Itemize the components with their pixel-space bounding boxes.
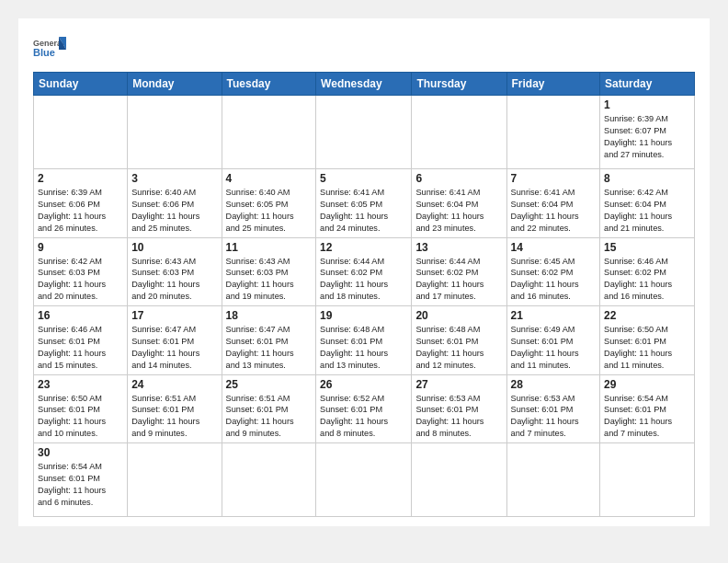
day-info: Sunrise: 6:53 AM Sunset: 6:01 PM Dayligh… xyxy=(511,393,597,441)
calendar-header-monday: Monday xyxy=(128,73,222,96)
calendar-cell: 16Sunrise: 6:46 AM Sunset: 6:01 PM Dayli… xyxy=(34,306,128,375)
day-info: Sunrise: 6:54 AM Sunset: 6:01 PM Dayligh… xyxy=(38,461,123,509)
calendar-cell: 29Sunrise: 6:54 AM Sunset: 6:01 PM Dayli… xyxy=(600,374,695,443)
day-number: 25 xyxy=(226,378,313,391)
calendar-cell: 25Sunrise: 6:51 AM Sunset: 6:01 PM Dayli… xyxy=(222,374,316,443)
day-number: 3 xyxy=(131,172,217,185)
calendar-cell: 27Sunrise: 6:53 AM Sunset: 6:01 PM Dayli… xyxy=(412,374,506,443)
calendar-cell xyxy=(128,443,222,517)
day-info: Sunrise: 6:39 AM Sunset: 6:06 PM Dayligh… xyxy=(38,187,123,235)
logo: General Blue xyxy=(33,33,68,66)
calendar-cell: 28Sunrise: 6:53 AM Sunset: 6:01 PM Dayli… xyxy=(506,374,600,443)
calendar-cell xyxy=(128,96,222,169)
calendar-header-wednesday: Wednesday xyxy=(316,73,412,96)
day-info: Sunrise: 6:45 AM Sunset: 6:02 PM Dayligh… xyxy=(511,256,597,304)
calendar-cell: 5Sunrise: 6:41 AM Sunset: 6:05 PM Daylig… xyxy=(316,169,412,238)
day-info: Sunrise: 6:51 AM Sunset: 6:01 PM Dayligh… xyxy=(226,393,313,441)
calendar-cell: 11Sunrise: 6:43 AM Sunset: 6:03 PM Dayli… xyxy=(222,237,316,306)
day-info: Sunrise: 6:51 AM Sunset: 6:01 PM Dayligh… xyxy=(131,393,217,441)
day-info: Sunrise: 6:41 AM Sunset: 6:05 PM Dayligh… xyxy=(320,187,407,235)
day-info: Sunrise: 6:48 AM Sunset: 6:01 PM Dayligh… xyxy=(415,324,502,372)
calendar-cell: 15Sunrise: 6:46 AM Sunset: 6:02 PM Dayli… xyxy=(600,237,695,306)
calendar-cell: 18Sunrise: 6:47 AM Sunset: 6:01 PM Dayli… xyxy=(222,306,316,375)
day-info: Sunrise: 6:40 AM Sunset: 6:06 PM Dayligh… xyxy=(131,187,217,235)
calendar-cell xyxy=(506,96,600,169)
day-number: 17 xyxy=(131,309,217,322)
day-info: Sunrise: 6:49 AM Sunset: 6:01 PM Dayligh… xyxy=(511,324,597,372)
day-number: 11 xyxy=(226,241,313,254)
day-number: 1 xyxy=(604,98,690,111)
calendar-header-thursday: Thursday xyxy=(412,73,506,96)
day-info: Sunrise: 6:47 AM Sunset: 6:01 PM Dayligh… xyxy=(131,324,217,372)
calendar-header-saturday: Saturday xyxy=(600,73,695,96)
day-info: Sunrise: 6:53 AM Sunset: 6:01 PM Dayligh… xyxy=(415,393,502,441)
calendar-cell: 10Sunrise: 6:43 AM Sunset: 6:03 PM Dayli… xyxy=(128,237,222,306)
calendar-cell: 26Sunrise: 6:52 AM Sunset: 6:01 PM Dayli… xyxy=(316,374,412,443)
day-info: Sunrise: 6:50 AM Sunset: 6:01 PM Dayligh… xyxy=(604,324,690,372)
day-number: 21 xyxy=(511,309,597,322)
day-number: 7 xyxy=(511,172,597,185)
day-info: Sunrise: 6:46 AM Sunset: 6:02 PM Dayligh… xyxy=(604,256,690,304)
day-info: Sunrise: 6:43 AM Sunset: 6:03 PM Dayligh… xyxy=(226,256,313,304)
calendar-cell xyxy=(34,96,128,169)
calendar-cell: 20Sunrise: 6:48 AM Sunset: 6:01 PM Dayli… xyxy=(412,306,506,375)
calendar-week-5: 23Sunrise: 6:50 AM Sunset: 6:01 PM Dayli… xyxy=(34,374,695,443)
calendar-cell xyxy=(222,443,316,517)
day-number: 9 xyxy=(38,241,123,254)
calendar-header-row: SundayMondayTuesdayWednesdayThursdayFrid… xyxy=(34,73,695,96)
day-info: Sunrise: 6:40 AM Sunset: 6:05 PM Dayligh… xyxy=(226,187,313,235)
calendar-cell: 7Sunrise: 6:41 AM Sunset: 6:04 PM Daylig… xyxy=(506,169,600,238)
calendar-cell xyxy=(316,443,412,517)
calendar: SundayMondayTuesdayWednesdayThursdayFrid… xyxy=(33,72,695,517)
calendar-cell: 22Sunrise: 6:50 AM Sunset: 6:01 PM Dayli… xyxy=(600,306,695,375)
calendar-cell xyxy=(600,443,695,517)
day-info: Sunrise: 6:44 AM Sunset: 6:02 PM Dayligh… xyxy=(320,256,407,304)
day-number: 10 xyxy=(131,241,217,254)
day-number: 29 xyxy=(604,378,690,391)
day-number: 14 xyxy=(511,241,597,254)
day-info: Sunrise: 6:41 AM Sunset: 6:04 PM Dayligh… xyxy=(415,187,502,235)
calendar-cell: 6Sunrise: 6:41 AM Sunset: 6:04 PM Daylig… xyxy=(412,169,506,238)
day-info: Sunrise: 6:43 AM Sunset: 6:03 PM Dayligh… xyxy=(131,256,217,304)
day-number: 28 xyxy=(511,378,597,391)
calendar-week-3: 9Sunrise: 6:42 AM Sunset: 6:03 PM Daylig… xyxy=(34,237,695,306)
day-info: Sunrise: 6:47 AM Sunset: 6:01 PM Dayligh… xyxy=(226,324,313,372)
calendar-cell: 12Sunrise: 6:44 AM Sunset: 6:02 PM Dayli… xyxy=(316,237,412,306)
calendar-cell xyxy=(316,96,412,169)
calendar-cell: 3Sunrise: 6:40 AM Sunset: 6:06 PM Daylig… xyxy=(128,169,222,238)
calendar-week-6: 30Sunrise: 6:54 AM Sunset: 6:01 PM Dayli… xyxy=(34,443,695,517)
day-number: 16 xyxy=(38,309,123,322)
day-info: Sunrise: 6:50 AM Sunset: 6:01 PM Dayligh… xyxy=(38,393,123,441)
calendar-cell: 19Sunrise: 6:48 AM Sunset: 6:01 PM Dayli… xyxy=(316,306,412,375)
day-number: 6 xyxy=(415,172,502,185)
day-number: 4 xyxy=(226,172,313,185)
page: General Blue SundayMondayTuesdayWednesda… xyxy=(18,18,710,526)
day-number: 23 xyxy=(38,378,123,391)
calendar-week-4: 16Sunrise: 6:46 AM Sunset: 6:01 PM Dayli… xyxy=(34,306,695,375)
day-info: Sunrise: 6:42 AM Sunset: 6:03 PM Dayligh… xyxy=(38,256,123,304)
calendar-week-1: 1Sunrise: 6:39 AM Sunset: 6:07 PM Daylig… xyxy=(34,96,695,169)
day-number: 2 xyxy=(38,172,123,185)
day-number: 20 xyxy=(415,309,502,322)
calendar-cell xyxy=(412,443,506,517)
svg-text:Blue: Blue xyxy=(33,47,55,58)
calendar-header-tuesday: Tuesday xyxy=(222,73,316,96)
day-number: 22 xyxy=(604,309,690,322)
calendar-cell xyxy=(222,96,316,169)
day-info: Sunrise: 6:46 AM Sunset: 6:01 PM Dayligh… xyxy=(38,324,123,372)
calendar-cell xyxy=(506,443,600,517)
calendar-header-sunday: Sunday xyxy=(34,73,128,96)
day-info: Sunrise: 6:52 AM Sunset: 6:01 PM Dayligh… xyxy=(320,393,407,441)
day-number: 5 xyxy=(320,172,407,185)
day-number: 8 xyxy=(604,172,690,185)
calendar-cell: 2Sunrise: 6:39 AM Sunset: 6:06 PM Daylig… xyxy=(34,169,128,238)
day-info: Sunrise: 6:42 AM Sunset: 6:04 PM Dayligh… xyxy=(604,187,690,235)
calendar-cell: 13Sunrise: 6:44 AM Sunset: 6:02 PM Dayli… xyxy=(412,237,506,306)
calendar-cell: 4Sunrise: 6:40 AM Sunset: 6:05 PM Daylig… xyxy=(222,169,316,238)
calendar-header-friday: Friday xyxy=(506,73,600,96)
calendar-cell: 24Sunrise: 6:51 AM Sunset: 6:01 PM Dayli… xyxy=(128,374,222,443)
calendar-cell: 14Sunrise: 6:45 AM Sunset: 6:02 PM Dayli… xyxy=(506,237,600,306)
day-number: 13 xyxy=(415,241,502,254)
day-number: 27 xyxy=(415,378,502,391)
calendar-cell: 17Sunrise: 6:47 AM Sunset: 6:01 PM Dayli… xyxy=(128,306,222,375)
